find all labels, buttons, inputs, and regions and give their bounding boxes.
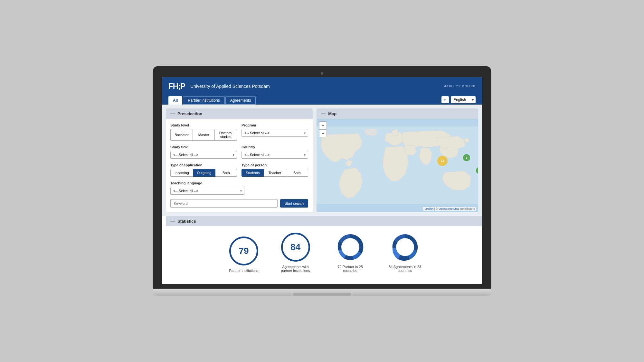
teaching-language-select-wrapper: <-- Select all --> (170, 187, 244, 195)
partner-count-label: Partner institutions (229, 269, 258, 273)
map-collapse-icon[interactable]: — (321, 111, 326, 116)
type-application-buttons: Incoming Outgoing Both (170, 169, 237, 177)
study-level-field: Study level Bachelor Master Doctoral stu… (170, 123, 237, 141)
program-select[interactable]: <-- Select all --> (242, 129, 308, 137)
partner-countries-label: 79 Partner in 25 countries (333, 265, 368, 273)
form-third-row: Type of application Incoming Outgoing Bo… (170, 163, 308, 177)
world-map-svg (317, 119, 478, 212)
map-controls: + − (319, 121, 327, 137)
map-panel: — Map (317, 108, 478, 212)
stat-agreements-countries: 84 Agreements in 23 countries (387, 233, 423, 273)
map-container[interactable]: + − 74 3 2 Leaflet | © OpenStreetMap con… (317, 119, 478, 212)
mobility-logo-text: MOBILITY·ONLINE (444, 85, 476, 88)
svg-point-3 (341, 238, 359, 256)
type-application-outgoing[interactable]: Outgoing (193, 169, 216, 177)
program-label: Program (242, 123, 308, 127)
map-header: — Map (317, 108, 478, 119)
tab-all[interactable]: All (168, 96, 182, 105)
keyword-row: Start search (170, 199, 308, 208)
country-select-wrapper: <-- Select all --> (242, 151, 308, 159)
preselection-body: Study level Bachelor Master Doctoral stu… (166, 119, 313, 212)
teaching-language-label: Teaching language (170, 181, 308, 185)
map-title: Map (328, 111, 336, 116)
type-person-field: Type of person Students Teacher Both (242, 163, 308, 177)
statistics-body: 79 Partner institutions 84 Agreements wi… (166, 226, 482, 280)
home-button[interactable]: ⌂ (441, 96, 449, 103)
statistics-section: — Statistics 79 Partner institutions (166, 216, 482, 280)
screen: FH;P University of Applied Sciences Pots… (162, 77, 482, 284)
type-application-field: Type of application Incoming Outgoing Bo… (170, 163, 237, 177)
laptop-base (153, 289, 491, 296)
country-label: Country (242, 145, 308, 149)
teaching-language-select[interactable]: <-- Select all --> (170, 187, 244, 195)
study-level-master[interactable]: Master (193, 129, 215, 141)
nav-bar: All Partner institutions Agreements ⌂ En… (162, 95, 482, 105)
type-person-label: Type of person (242, 163, 308, 167)
logo: FH;P (168, 82, 185, 91)
study-level-doctoral[interactable]: Doctoral studies (215, 129, 237, 141)
country-field: Country <-- Select all --> (242, 145, 308, 159)
teaching-language-field: Teaching language <-- Select all --> (170, 181, 308, 195)
study-field-select[interactable]: <-- Select all --> (170, 151, 237, 159)
partner-count-circle: 79 (229, 237, 258, 265)
study-level-bachelor[interactable]: Bachelor (170, 129, 193, 141)
type-application-label: Type of application (170, 163, 237, 167)
statistics-title: Statistics (177, 219, 196, 224)
form-second-row: Study field <-- Select all --> Country (170, 145, 308, 159)
agreements-countries-label: 84 Agreements in 23 countries (387, 265, 423, 273)
agreements-countries-pie (391, 233, 420, 262)
type-person-teacher[interactable]: Teacher (264, 169, 286, 177)
form-top-row: Study level Bachelor Master Doctoral stu… (170, 123, 308, 141)
osm-link[interactable]: OpenStreetMap (439, 207, 459, 210)
stats-collapse-icon[interactable]: — (170, 218, 175, 224)
agreements-count-value: 84 (290, 242, 300, 252)
type-person-students[interactable]: Students (242, 169, 264, 177)
country-select[interactable]: <-- Select all --> (242, 151, 308, 159)
program-field: Program <-- Select all --> (242, 123, 308, 141)
preselection-panel: — Preselection Study level Bachelor Mast… (166, 108, 313, 212)
agreements-count-circle: 84 (281, 233, 310, 262)
university-name: University of Applied Sciences Potsdam (190, 84, 270, 89)
main-content: — Preselection Study level Bachelor Mast… (162, 105, 482, 216)
laptop-container: FH;P University of Applied Sciences Pots… (153, 66, 491, 296)
agreements-pie-svg (391, 233, 420, 262)
attribution-contributors: contributors (460, 207, 475, 210)
svg-point-5 (396, 238, 414, 256)
study-level-buttons: Bachelor Master Doctoral studies (170, 129, 237, 141)
type-application-both[interactable]: Both (215, 169, 237, 177)
mobility-logo: MOBILITY·ONLINE (444, 85, 476, 88)
preselection-header: — Preselection (166, 108, 313, 119)
partner-countries-pie (336, 233, 365, 262)
language-select[interactable]: English Deutsch (451, 96, 476, 103)
screen-bezel: FH;P University of Applied Sciences Pots… (153, 66, 491, 289)
attribution-separator: | © (434, 207, 439, 210)
zoom-in-button[interactable]: + (319, 121, 327, 129)
keyword-input[interactable] (170, 199, 278, 208)
collapse-icon[interactable]: — (170, 111, 175, 116)
agreements-count-label: Agreements with partner institutions (278, 265, 313, 273)
study-field-label: Study field (170, 145, 237, 149)
study-field-field: Study field <-- Select all --> (170, 145, 237, 159)
study-field-select-wrapper: <-- Select all --> (170, 151, 237, 159)
tab-partner-institutions[interactable]: Partner institutions (183, 96, 224, 105)
zoom-out-button[interactable]: − (319, 129, 327, 137)
nav-right: ⌂ English Deutsch (441, 96, 476, 105)
tab-agreements[interactable]: Agreements (225, 96, 256, 105)
statistics-header: — Statistics (166, 216, 482, 226)
partner-pie-svg (336, 233, 365, 262)
app-header: FH;P University of Applied Sciences Pots… (162, 77, 482, 95)
stat-partner-institutions: 79 Partner institutions (229, 237, 258, 273)
type-person-buttons: Students Teacher Both (242, 169, 308, 177)
program-select-wrapper: <-- Select all --> (242, 129, 308, 137)
search-button[interactable]: Start search (280, 199, 308, 208)
type-application-incoming[interactable]: Incoming (170, 169, 193, 177)
nav-tabs: All Partner institutions Agreements (168, 96, 256, 105)
preselection-title: Preselection (177, 111, 202, 116)
europe-marker[interactable]: 74 (437, 156, 448, 166)
stat-agreements: 84 Agreements with partner institutions (278, 233, 313, 273)
camera (321, 72, 323, 75)
stat-partner-countries: 79 Partner in 25 countries (333, 233, 368, 273)
leaflet-link[interactable]: Leaflet (424, 207, 433, 210)
type-person-both[interactable]: Both (286, 169, 308, 177)
map-attribution: Leaflet | © OpenStreetMap contributors (423, 207, 476, 211)
